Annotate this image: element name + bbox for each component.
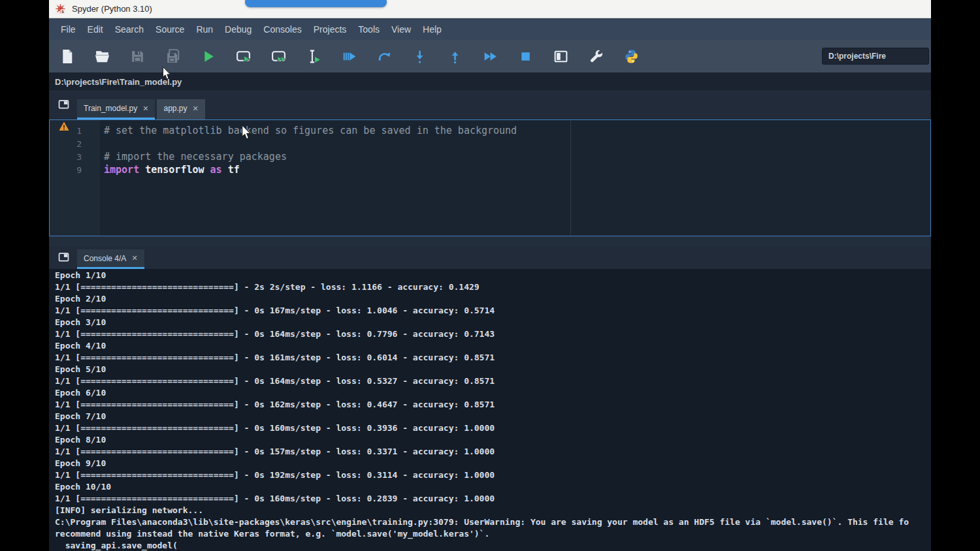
run-file-icon [200, 48, 216, 65]
console-output[interactable]: Epoch 1/101/1 [=========================… [49, 269, 931, 551]
working-directory-input[interactable] [822, 48, 929, 65]
pane-splitter[interactable] [49, 236, 931, 247]
console-line: 1/1 [==============================] - 0… [55, 375, 931, 387]
console-line: Epoch 1/10 [55, 270, 931, 281]
save-button[interactable] [120, 42, 155, 70]
code-editor[interactable]: 1 # set the matplotlib backend so figure… [49, 119, 931, 236]
console-line: 1/1 [==============================] - 0… [55, 493, 931, 505]
run-cell-button[interactable] [225, 42, 261, 70]
svg-text:s: s [61, 9, 64, 14]
overlay-pill [245, 0, 387, 7]
console-tab[interactable]: Console 4/A ✕ [77, 249, 144, 269]
menu-item[interactable]: Run [190, 24, 219, 35]
console-line: 1/1 [==============================] - 0… [55, 305, 931, 317]
code-text: # import the necessary packages [100, 150, 930, 163]
stop-button[interactable] [508, 42, 543, 70]
save-all-button[interactable] [155, 42, 190, 70]
code-lines: 1 # set the matplotlib backend so figure… [50, 120, 930, 176]
console-line: 1/1 [==============================] - 0… [55, 352, 931, 364]
close-tab-icon[interactable]: ✕ [142, 105, 148, 112]
debug-step-into-icon [412, 48, 428, 65]
debug-step-return-icon [447, 48, 463, 65]
open-file-button[interactable] [84, 42, 120, 70]
editor-gutter: 3 [50, 150, 100, 163]
line-number: 2 [76, 139, 82, 149]
menubar: FileEditSearchSourceRunDebugConsolesProj… [49, 18, 931, 40]
spyder-logo: s [55, 3, 66, 14]
menu-item[interactable]: Tools [352, 24, 385, 35]
run-cell-icon [235, 48, 252, 65]
debug-step-return-button[interactable] [437, 42, 472, 70]
python-env-button[interactable] [613, 42, 649, 70]
menu-item[interactable]: Debug [219, 24, 257, 35]
run-file-button[interactable] [190, 42, 225, 70]
line-number: 1 [76, 126, 82, 136]
menu-item[interactable]: Edit [82, 24, 109, 35]
console-tabbar: Console 4/A ✕ [49, 247, 931, 269]
console-line: Epoch 3/10 [55, 317, 931, 328]
editor-tab[interactable]: app.py ✕ [157, 99, 204, 119]
run-cell-advance-icon [270, 48, 287, 65]
console-line: C:\Program Files\anaconda3\lib\site-pack… [55, 516, 931, 528]
console-line: Epoch 4/10 [55, 340, 931, 352]
debug-file-button[interactable] [331, 42, 367, 70]
console-line: Epoch 9/10 [55, 458, 931, 469]
code-text [100, 137, 930, 150]
console-line: Epoch 6/10 [55, 387, 931, 399]
column-guide [570, 121, 571, 235]
debug-step-into-button[interactable] [402, 42, 437, 70]
browse-console-tabs-icon[interactable] [57, 251, 70, 262]
menu-item[interactable]: Source [150, 24, 190, 35]
debug-skip-forward-button[interactable] [472, 42, 508, 70]
maximize-pane-icon [553, 48, 569, 65]
debug-file-icon [341, 48, 357, 65]
breadcrumb: D:\projects\Fire\Train_model.py [49, 72, 931, 91]
warning-icon [59, 121, 69, 132]
python-env-icon [623, 48, 640, 65]
console-line: Epoch 7/10 [55, 411, 931, 422]
run-selection-button[interactable] [296, 42, 331, 70]
menu-item[interactable]: File [55, 24, 82, 35]
debug-continue-button[interactable] [367, 42, 402, 70]
code-line: 9 import tensorflow as tf [50, 163, 930, 176]
menu-item[interactable]: Consoles [257, 24, 307, 35]
menu-item[interactable]: Help [417, 24, 448, 35]
close-console-tab-icon[interactable]: ✕ [131, 255, 137, 262]
console-line: Epoch 8/10 [55, 434, 931, 446]
new-file-icon [59, 48, 75, 65]
code-line: 3 # import the necessary packages [50, 150, 930, 163]
console-line: Epoch 2/10 [55, 293, 931, 305]
console-line: 1/1 [==============================] - 0… [55, 328, 931, 340]
editor-tabbar: Train_model.py ✕ app.py ✕ [49, 91, 931, 119]
maximize-pane-button[interactable] [543, 42, 578, 70]
file-path: D:\projects\Fire\Train_model.py [55, 77, 182, 87]
menu-item[interactable]: View [385, 24, 417, 35]
code-line: 1 # set the matplotlib backend so figure… [50, 124, 930, 137]
console-line: saving_api.save_model( [55, 540, 931, 551]
debug-continue-icon [376, 48, 393, 65]
editor-tab[interactable]: Train_model.py ✕ [77, 99, 155, 119]
line-number: 3 [76, 152, 82, 162]
editor-gutter: 9 [50, 163, 100, 176]
editor-gutter: 2 [50, 137, 100, 150]
browse-tabs-icon[interactable] [57, 99, 70, 110]
debug-skip-forward-icon [482, 48, 498, 65]
console-line: Epoch 10/10 [55, 481, 931, 493]
run-cell-advance-button[interactable] [261, 42, 296, 70]
console-line: Epoch 5/10 [55, 364, 931, 375]
stop-icon [517, 48, 534, 65]
new-file-button[interactable] [49, 42, 84, 70]
close-tab-icon[interactable]: ✕ [193, 105, 199, 112]
code-text: # set the matplotlib backend so figures … [100, 124, 930, 137]
console-line: [INFO] serializing network... [55, 505, 931, 516]
console-line: 1/1 [==============================] - 0… [55, 469, 931, 481]
menu-item[interactable]: Projects [308, 24, 353, 35]
menu-item[interactable]: Search [109, 24, 150, 35]
console-line: 1/1 [==============================] - 0… [55, 399, 931, 411]
console-pane: Console 4/A ✕ Epoch 1/101/1 [===========… [49, 247, 931, 551]
window-title: Spyder (Python 3.10) [72, 4, 152, 14]
editor-gutter: 1 [50, 124, 100, 137]
console-line: 1/1 [==============================] - 0… [55, 446, 931, 458]
console-line: recommend using instead the native Keras… [55, 528, 931, 540]
preferences-button[interactable] [578, 42, 613, 70]
